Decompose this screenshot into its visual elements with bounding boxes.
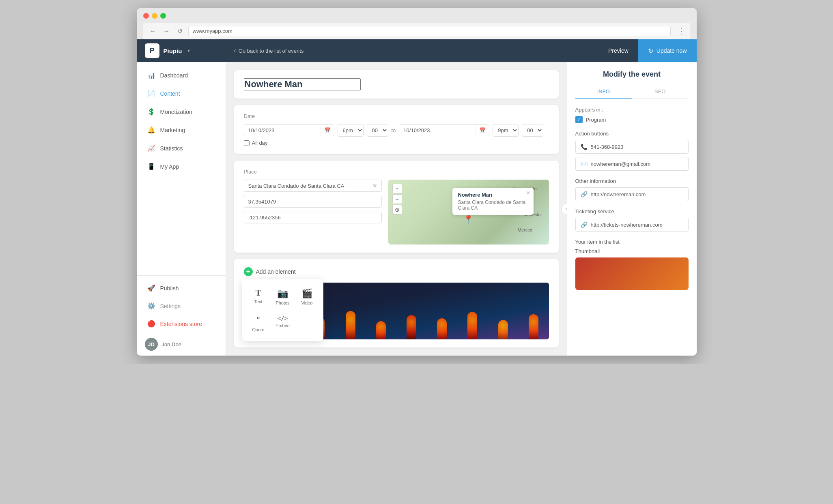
map-zoom-in[interactable]: + xyxy=(392,184,402,193)
publish-label: Publish xyxy=(160,285,179,292)
date-from-input[interactable] xyxy=(244,125,321,136)
other-info-label: Other information xyxy=(575,178,689,184)
tab-info[interactable]: INFO xyxy=(575,85,632,99)
time-to-select[interactable]: 9pm 6pm 7pm 8pm xyxy=(493,124,519,137)
map-city-merced: Merced xyxy=(518,227,533,232)
map-zoom-out[interactable]: − xyxy=(392,194,402,204)
ticketing-input[interactable] xyxy=(591,222,683,228)
date-section-label: Date xyxy=(244,113,549,119)
date-to-input[interactable] xyxy=(399,125,476,136)
monetization-icon: 💲 xyxy=(147,108,155,116)
event-title-input[interactable] xyxy=(244,78,361,90)
map-bg: Sacramento Modesto Merced + − ⊕ 📍 xyxy=(388,180,549,244)
list-item-label: Your item in the list xyxy=(575,239,689,245)
map-container: Sacramento Modesto Merced + − ⊕ 📍 xyxy=(388,180,549,244)
calendar-to-icon[interactable]: 📅 xyxy=(476,125,489,136)
action-buttons-section: Action buttons 📞 ✉️ xyxy=(575,131,689,171)
update-button[interactable]: ↻ Update now xyxy=(638,39,697,62)
back-to-list[interactable]: ‹ Go back to the list of events xyxy=(226,47,598,54)
event-title-card: » xyxy=(234,70,559,99)
element-picker: T Text 📷 Photos 🎬 Video " xyxy=(242,279,323,341)
place-name-input[interactable] xyxy=(248,183,372,189)
calendar-from-icon[interactable]: 📅 xyxy=(321,125,334,136)
map-tooltip: ✕ Nowhere Man Santa Clara Condado de San… xyxy=(452,188,534,215)
phone-wrap: 📞 xyxy=(575,140,689,154)
ticketing-wrap: 🔗 xyxy=(575,218,689,232)
photos-label: Photos xyxy=(276,300,289,305)
ticketing-label: Ticketing service xyxy=(575,208,689,214)
sidebar-item-publish[interactable]: 🚀 Publish xyxy=(139,279,223,297)
picker-text[interactable]: T Text xyxy=(249,286,268,308)
back-arrow-icon: ‹ xyxy=(234,47,236,54)
map-pin-icon: 📍 xyxy=(463,214,474,224)
brand-logo: P xyxy=(145,43,159,58)
minutes-from-select[interactable]: 00 15 30 45 xyxy=(367,124,388,137)
action-buttons-label: Action buttons xyxy=(575,131,689,137)
email-input[interactable] xyxy=(591,161,683,167)
url-bar[interactable] xyxy=(188,26,671,36)
picker-quote[interactable]: " Quote xyxy=(249,313,268,335)
ticketing-section: Ticketing service 🔗 xyxy=(575,208,689,232)
place-row: ✕ Sacramento Modesto Merced + xyxy=(244,180,549,244)
latitude-input[interactable] xyxy=(244,196,382,208)
marketing-label: Marketing xyxy=(160,127,185,133)
longitude-input[interactable] xyxy=(244,212,382,223)
brand-chevron[interactable]: ▾ xyxy=(187,48,190,54)
appears-in-section: Appears in : ✓ Program xyxy=(575,107,689,123)
phone-input[interactable] xyxy=(591,144,683,150)
embed-label: Embed xyxy=(276,323,290,328)
allday-row: All day xyxy=(244,140,268,146)
sidebar-item-monetization[interactable]: 💲 Monetization xyxy=(139,103,223,120)
sidebar-item-myapp[interactable]: 📱 My App xyxy=(139,158,223,175)
refresh-button[interactable]: ↺ xyxy=(176,27,184,35)
email-icon: ✉️ xyxy=(581,161,588,167)
back-button[interactable]: ← xyxy=(148,28,158,35)
panel-tabs: INFO SEO xyxy=(575,85,689,99)
add-element-label: Add an element xyxy=(256,268,296,275)
thumbnail-preview[interactable] xyxy=(575,257,689,290)
browser-menu-icon[interactable]: ⋮ xyxy=(678,27,685,36)
dashboard-label: Dashboard xyxy=(160,72,188,79)
sidebar: 📊 Dashboard 📄 Content 💲 Monetization 🔔 M… xyxy=(137,62,226,356)
sidebar-item-marketing[interactable]: 🔔 Marketing xyxy=(139,121,223,139)
sidebar-item-dashboard[interactable]: 📊 Dashboard xyxy=(139,66,223,84)
sidebar-item-extensions[interactable]: 🔴 Extensions store xyxy=(139,315,223,332)
content-area: » Date 📅 6pm 7pm 8pm 9pm xyxy=(226,62,567,356)
sidebar-item-settings[interactable]: ⚙️ Settings xyxy=(139,297,223,315)
browser-chrome: ← → ↺ ⋮ xyxy=(137,8,697,39)
browser-dots xyxy=(143,13,690,19)
picker-photos[interactable]: 📷 Photos xyxy=(273,286,293,308)
forward-button[interactable]: → xyxy=(162,28,172,35)
maximize-dot[interactable] xyxy=(160,13,166,19)
minimize-dot[interactable] xyxy=(152,13,157,19)
picker-video[interactable]: 🎬 Video xyxy=(297,286,317,308)
add-element-icon[interactable]: + xyxy=(244,267,253,276)
place-clear-icon[interactable]: ✕ xyxy=(372,182,377,189)
date-from-group: 📅 xyxy=(244,124,334,136)
website-input[interactable] xyxy=(591,191,683,197)
extensions-icon: 🔴 xyxy=(147,320,155,328)
sidebar-item-content[interactable]: 📄 Content xyxy=(139,85,223,102)
collapse-button[interactable]: » xyxy=(561,203,567,214)
picker-embed[interactable]: </> Embed xyxy=(273,313,293,335)
preview-button[interactable]: Preview xyxy=(598,39,638,62)
phone-icon: 📞 xyxy=(581,144,588,150)
close-dot[interactable] xyxy=(143,13,149,19)
date-row: 📅 6pm 7pm 8pm 9pm 00 15 30 45 xyxy=(244,124,549,146)
sidebar-item-statistics[interactable]: 📈 Statistics xyxy=(139,139,223,157)
to-label: to xyxy=(392,127,396,133)
add-element-header: + Add an element xyxy=(244,267,549,276)
tab-seo[interactable]: SEO xyxy=(632,85,689,99)
main-layout: 📊 Dashboard 📄 Content 💲 Monetization 🔔 M… xyxy=(137,62,697,356)
program-checkbox[interactable]: ✓ xyxy=(575,116,583,123)
map-crosshair[interactable]: ⊕ xyxy=(392,205,402,214)
settings-label: Settings xyxy=(160,303,181,309)
map-tooltip-close[interactable]: ✕ xyxy=(526,190,530,196)
ticketing-icon: 🔗 xyxy=(581,221,588,228)
allday-label: All day xyxy=(252,140,268,146)
minutes-to-select[interactable]: 00 15 30 45 xyxy=(522,124,543,137)
allday-checkbox[interactable] xyxy=(244,140,250,146)
settings-icon: ⚙️ xyxy=(147,302,155,310)
program-label: Program xyxy=(586,117,606,123)
time-from-select[interactable]: 6pm 7pm 8pm 9pm xyxy=(338,124,364,137)
